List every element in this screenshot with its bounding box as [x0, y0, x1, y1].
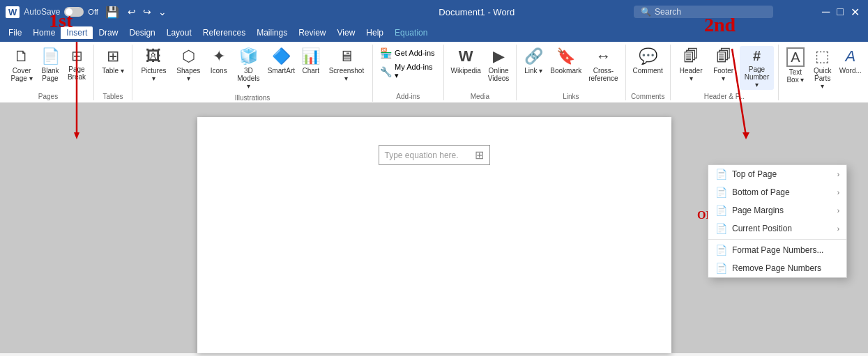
- menu-bar: File Home Insert Draw Design Layout Refe…: [0, 24, 868, 42]
- smartart-button[interactable]: 🔷 SmartArt: [266, 46, 297, 76]
- header-footer-items: 🗐 Header ▾ 🗐 Footer ▾ # PageNumber ▾: [675, 46, 774, 90]
- quick-access-more[interactable]: ⌄: [158, 6, 167, 17]
- 3d-models-button[interactable]: 🧊 3DModels ▾: [233, 46, 264, 91]
- undo-icon[interactable]: ↩: [128, 6, 136, 17]
- table-button[interactable]: ⊞ Table ▾: [98, 46, 128, 76]
- my-addins-button[interactable]: 🔧 My Add-ins ▾: [377, 61, 439, 82]
- icons-button[interactable]: ✦ Icons: [206, 46, 231, 76]
- header-label: Header ▾: [678, 67, 704, 82]
- pictures-button[interactable]: 🖼 Pictures ▾: [137, 46, 171, 84]
- wordart-button[interactable]: A Word...: [837, 46, 864, 76]
- dropdown-format-page-numbers[interactable]: 📄 Format Page Numbers...: [708, 241, 846, 259]
- comment-button[interactable]: 💬 Comment: [630, 46, 666, 76]
- menu-help[interactable]: Help: [360, 26, 389, 39]
- minimize-btn[interactable]: ─: [819, 6, 832, 19]
- quick-parts-label: QuickParts ▾: [812, 67, 833, 90]
- chart-label: Chart: [303, 67, 319, 75]
- menu-draw[interactable]: Draw: [93, 26, 123, 39]
- document-page: Type equation here. ⊞: [197, 117, 671, 353]
- current-position-arrow: ›: [837, 225, 839, 233]
- ribbon-group-pages: 🗋 CoverPage ▾ 📄 BlankPage ⊟ PageBreak Pa…: [3, 45, 94, 100]
- format-page-numbers-label: Format Page Numbers...: [732, 245, 823, 255]
- menu-design[interactable]: Design: [123, 26, 160, 39]
- menu-insert[interactable]: Insert: [61, 26, 93, 39]
- equation-handle[interactable]: ⊞: [475, 148, 484, 162]
- footer-label: Footer ▾: [711, 67, 736, 82]
- wikipedia-button[interactable]: W Wikipedia: [448, 46, 484, 76]
- shapes-button[interactable]: ⬡ Shapes ▾: [172, 46, 205, 84]
- header-icon: 🗐: [683, 47, 699, 65]
- dropdown-bottom-of-page[interactable]: 📄 Bottom of Page ›: [708, 183, 846, 201]
- illustrations-group-label: Illustrations: [235, 91, 271, 102]
- chart-button[interactable]: 📊 Chart: [298, 46, 323, 76]
- dropdown-top-of-page[interactable]: 📄 Top of Page ›: [708, 165, 846, 183]
- ribbon-group-addins: 🏪 Get Add-ins 🔧 My Add-ins ▾ Add-ins: [373, 45, 443, 100]
- comments-items: 💬 Comment: [630, 46, 666, 90]
- ribbon-group-comments: 💬 Comment Comments: [626, 45, 671, 100]
- toggle-state-label: Off: [88, 8, 98, 16]
- save-icon[interactable]: 💾: [105, 6, 119, 19]
- ribbon-group-illustrations: 🖼 Pictures ▾ ⬡ Shapes ▾ ✦ Icons 🧊 3DMode…: [132, 45, 373, 102]
- search-placeholder: Search: [655, 7, 681, 17]
- addins-group-label: Add-ins: [396, 90, 420, 100]
- icons-label: Icons: [211, 67, 227, 75]
- dropdown-current-position[interactable]: 📄 Current Position ›: [708, 219, 846, 238]
- menu-file[interactable]: File: [3, 26, 27, 39]
- format-page-numbers-icon: 📄: [715, 245, 726, 256]
- screenshot-icon: 🖥: [339, 47, 354, 65]
- text-box-button[interactable]: A TextBox ▾: [783, 46, 808, 85]
- screenshot-button[interactable]: 🖥 Screenshot ▾: [325, 46, 368, 84]
- menu-mailings[interactable]: Mailings: [251, 26, 293, 39]
- ribbon-group-tables: ⊞ Table ▾ Tables: [94, 45, 132, 100]
- get-addins-button[interactable]: 🏪 Get Add-ins: [377, 46, 437, 60]
- menu-view[interactable]: View: [332, 26, 361, 39]
- page-break-icon: ⊟: [71, 47, 83, 64]
- online-videos-button[interactable]: ▶ OnlineVideos: [485, 46, 512, 84]
- blank-page-button[interactable]: 📄 BlankPage: [38, 46, 63, 84]
- equation-box[interactable]: Type equation here. ⊞: [379, 145, 490, 165]
- page-margins-icon: 📄: [715, 205, 726, 216]
- search-bar[interactable]: 🔍 Search: [634, 6, 773, 18]
- dropdown-page-margins[interactable]: 📄 Page Margins ›: [708, 201, 846, 219]
- page-number-icon: #: [753, 47, 761, 64]
- close-btn[interactable]: ✕: [848, 6, 862, 19]
- redo-icon[interactable]: ↪: [143, 6, 151, 17]
- my-addins-label: My Add-ins ▾: [395, 63, 436, 80]
- table-label: Table ▾: [102, 67, 124, 75]
- remove-page-numbers-icon: 📄: [715, 263, 726, 274]
- smartart-label: SmartArt: [268, 67, 295, 75]
- page-number-dropdown: 📄 Top of Page › 📄 Bottom of Page › 📄 Pag…: [708, 164, 847, 278]
- restore-btn[interactable]: □: [834, 6, 846, 19]
- ribbon: 🗋 CoverPage ▾ 📄 BlankPage ⊟ PageBreak Pa…: [0, 42, 868, 103]
- footer-icon: 🗐: [716, 47, 731, 65]
- autosave-toggle[interactable]: [64, 7, 84, 17]
- dropdown-remove-page-numbers[interactable]: 📄 Remove Page Numbers: [708, 259, 846, 277]
- footer-button[interactable]: 🗐 Footer ▾: [708, 46, 738, 84]
- cover-page-button[interactable]: 🗋 CoverPage ▾: [7, 46, 36, 84]
- online-videos-label: OnlineVideos: [488, 67, 509, 82]
- header-button[interactable]: 🗐 Header ▾: [675, 46, 707, 84]
- bookmark-button[interactable]: 🔖 Bookmark: [547, 46, 584, 76]
- link-label: Link ▾: [524, 67, 542, 75]
- ribbon-group-media: W Wikipedia ▶ OnlineVideos Media: [444, 45, 517, 100]
- menu-references[interactable]: References: [197, 26, 251, 39]
- autosave-label: AutoSave: [24, 7, 60, 17]
- icons-icon: ✦: [213, 47, 225, 65]
- page-number-button[interactable]: # PageNumber ▾: [740, 46, 774, 90]
- link-button[interactable]: 🔗 Link ▾: [521, 46, 546, 76]
- tables-group-label: Tables: [103, 90, 123, 100]
- menu-equation[interactable]: Equation: [389, 26, 433, 39]
- cross-reference-button[interactable]: ↔ Cross-reference: [586, 46, 620, 84]
- cover-page-label: CoverPage ▾: [10, 67, 32, 82]
- table-icon: ⊞: [107, 47, 119, 65]
- blank-page-label: BlankPage: [41, 67, 59, 82]
- menu-home[interactable]: Home: [27, 26, 61, 39]
- menu-layout[interactable]: Layout: [161, 26, 197, 39]
- page-break-button[interactable]: ⊟ PageBreak: [64, 46, 89, 82]
- wordart-label: Word...: [839, 67, 862, 75]
- menu-review[interactable]: Review: [293, 26, 331, 39]
- bookmark-label: Bookmark: [550, 67, 581, 75]
- quick-parts-icon: ⬚: [815, 47, 830, 65]
- wikipedia-label: Wikipedia: [451, 67, 481, 75]
- quick-parts-button[interactable]: ⬚ QuickParts ▾: [809, 46, 836, 91]
